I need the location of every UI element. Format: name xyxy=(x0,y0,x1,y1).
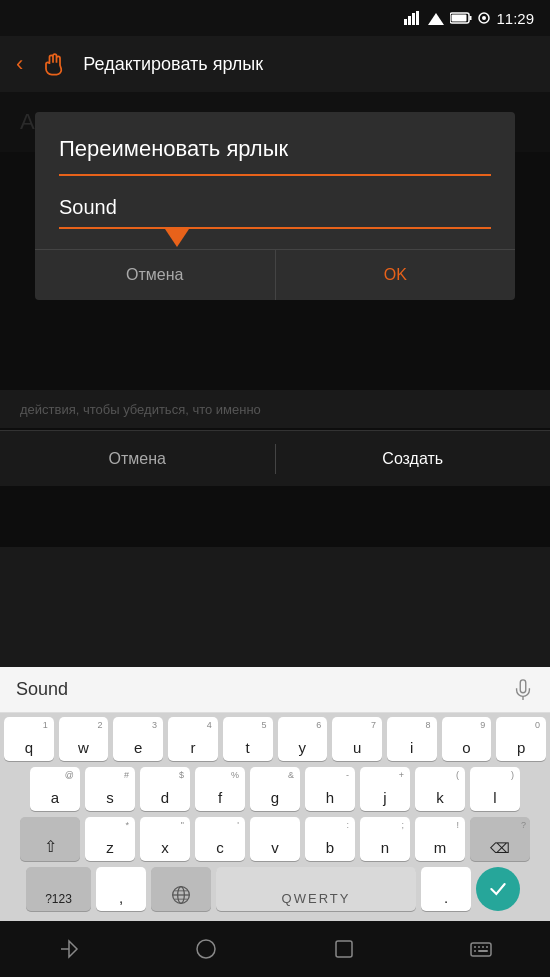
nav-home-button[interactable] xyxy=(176,921,236,977)
svg-rect-19 xyxy=(336,941,352,957)
svg-rect-7 xyxy=(452,15,467,22)
key-a[interactable]: @a xyxy=(30,767,80,811)
key-m[interactable]: !m xyxy=(415,817,465,861)
dialog-cancel-button[interactable]: Отмена xyxy=(35,250,276,300)
key-e[interactable]: 3e xyxy=(113,717,163,761)
svg-marker-16 xyxy=(69,941,77,957)
dialog-buttons: Отмена OK xyxy=(35,249,515,300)
app-bar-title: Редактировать ярлык xyxy=(83,54,263,75)
dialog-title: Переименовать ярлык xyxy=(35,112,515,174)
key-b[interactable]: :b xyxy=(305,817,355,861)
key-i[interactable]: 8i xyxy=(387,717,437,761)
svg-point-9 xyxy=(482,16,486,20)
wifi-icon xyxy=(428,11,444,25)
action-bar: Отмена Создать xyxy=(0,430,550,486)
keyboard-rows: 1q 2w 3e 4r 5t 6y 7u 8i 9o 0p @a #s $d %… xyxy=(0,713,550,921)
globe-key[interactable] xyxy=(151,867,211,911)
enter-key[interactable] xyxy=(476,867,520,911)
keyboard-area: Sound 1q 2w 3e 4r 5t 6y 7u 8i 9o 0p @a #… xyxy=(0,667,550,921)
svg-rect-3 xyxy=(416,11,419,25)
key-u[interactable]: 7u xyxy=(332,717,382,761)
keyboard-input-text: Sound xyxy=(16,679,512,700)
key-period[interactable]: . xyxy=(421,867,471,911)
key-t[interactable]: 5t xyxy=(223,717,273,761)
key-comma[interactable]: , xyxy=(96,867,146,911)
nav-bar xyxy=(0,921,550,977)
key-y[interactable]: 6y xyxy=(278,717,328,761)
status-time: 11:29 xyxy=(496,10,534,27)
svg-rect-2 xyxy=(412,13,415,25)
key-v[interactable]: v xyxy=(250,817,300,861)
svg-marker-4 xyxy=(428,13,444,25)
space-key[interactable]: QWERTY xyxy=(216,867,416,911)
shortcut-icon xyxy=(39,50,67,78)
status-bar: 11:29 xyxy=(0,0,550,36)
key-x[interactable]: "x xyxy=(140,817,190,861)
backspace-key[interactable]: ? ⌫ xyxy=(470,817,530,861)
key-sym[interactable]: ?123 xyxy=(26,867,91,911)
ring-icon xyxy=(478,12,490,24)
cursor-triangle xyxy=(165,229,189,247)
key-o[interactable]: 9o xyxy=(442,717,492,761)
key-f[interactable]: %f xyxy=(195,767,245,811)
key-w[interactable]: 2w xyxy=(59,717,109,761)
shift-key[interactable]: ⇧ xyxy=(20,817,80,861)
key-row-3: ⇧ *z "x 'c v :b ;n !m ? ⌫ xyxy=(4,817,546,861)
svg-rect-1 xyxy=(408,16,411,25)
key-g[interactable]: &g xyxy=(250,767,300,811)
lower-bg-text: действия, чтобы убедиться, что именно xyxy=(20,402,261,417)
svg-point-18 xyxy=(197,940,215,958)
key-c[interactable]: 'c xyxy=(195,817,245,861)
key-q[interactable]: 1q xyxy=(4,717,54,761)
key-row-1: 1q 2w 3e 4r 5t 6y 7u 8i 9o 0p xyxy=(4,717,546,761)
key-j[interactable]: +j xyxy=(360,767,410,811)
key-s[interactable]: #s xyxy=(85,767,135,811)
app-bar: ‹ Редактировать ярлык xyxy=(0,36,550,92)
key-row-4: ?123 , QWERTY . xyxy=(4,867,546,911)
key-r[interactable]: 4r xyxy=(168,717,218,761)
key-k[interactable]: (k xyxy=(415,767,465,811)
key-p[interactable]: 0p xyxy=(496,717,546,761)
svg-rect-20 xyxy=(471,943,491,956)
key-h[interactable]: -h xyxy=(305,767,355,811)
svg-rect-6 xyxy=(470,16,472,20)
key-d[interactable]: $d xyxy=(140,767,190,811)
key-l[interactable]: )l xyxy=(470,767,520,811)
rename-dialog: Переименовать ярлык Отмена OK xyxy=(35,112,515,300)
check-icon xyxy=(488,879,508,899)
nav-recents-button[interactable] xyxy=(314,921,374,977)
action-cancel-button[interactable]: Отмена xyxy=(0,434,275,484)
key-n[interactable]: ;n xyxy=(360,817,410,861)
mic-icon[interactable] xyxy=(512,679,534,701)
signal-icon xyxy=(404,11,422,25)
back-button[interactable]: ‹ xyxy=(16,51,23,77)
key-z[interactable]: *z xyxy=(85,817,135,861)
dialog-ok-button[interactable]: OK xyxy=(276,250,516,300)
nav-keyboard-button[interactable] xyxy=(451,921,511,977)
battery-icon xyxy=(450,12,472,24)
svg-rect-0 xyxy=(404,19,407,25)
status-icons: 11:29 xyxy=(404,10,534,27)
rename-input[interactable] xyxy=(59,192,491,229)
keyboard-input-bar: Sound xyxy=(0,667,550,713)
globe-icon xyxy=(171,885,191,905)
dialog-input-area xyxy=(35,176,515,237)
nav-back-button[interactable] xyxy=(39,921,99,977)
lower-bg: действия, чтобы убедиться, что именно xyxy=(0,390,550,428)
action-create-button[interactable]: Создать xyxy=(276,434,551,484)
key-row-2: @a #s $d %f &g -h +j (k )l xyxy=(4,767,546,811)
